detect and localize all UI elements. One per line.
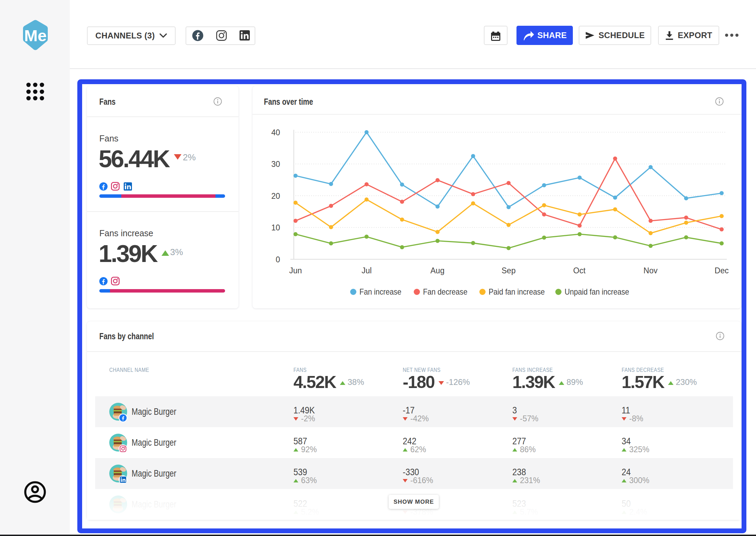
svg-text:Me: Me: [24, 26, 46, 45]
